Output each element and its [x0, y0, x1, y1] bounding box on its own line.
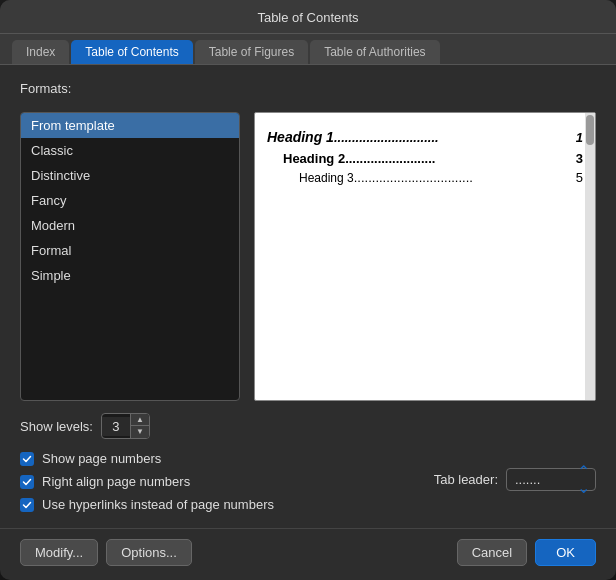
checkmark-icon [22, 454, 32, 464]
tab-bar: Index Table of Contents Table of Figures… [0, 34, 616, 65]
preview-h1-text: Heading 1 [267, 129, 334, 145]
preview-h3-text: Heading 3 [299, 171, 354, 185]
preview-scrollbar[interactable] [585, 113, 595, 400]
stepper-buttons: ▲ ▼ [130, 414, 149, 438]
tab-leader-select[interactable]: ....... ------- _______ (none) [506, 468, 596, 491]
preview-heading2: Heading 2.........................3 [267, 151, 583, 166]
format-item-from-template[interactable]: From template [21, 113, 239, 138]
ok-button[interactable]: OK [535, 539, 596, 566]
dialog-title: Table of Contents [257, 10, 358, 25]
tab-toa[interactable]: Table of Authorities [310, 40, 439, 64]
tab-index[interactable]: Index [12, 40, 69, 64]
checkmark-icon-3 [22, 500, 32, 510]
preview-h2-text: Heading 2 [283, 151, 345, 166]
cancel-button[interactable]: Cancel [457, 539, 527, 566]
show-page-numbers-label: Show page numbers [42, 451, 161, 466]
preview-h3-page: 5 [576, 170, 583, 185]
tab-toc[interactable]: Table of Contents [71, 40, 192, 64]
format-item-simple[interactable]: Simple [21, 263, 239, 288]
modify-options-group: Modify... Options... [20, 539, 449, 566]
formats-list[interactable]: From template Classic Distinctive Fancy … [20, 112, 240, 401]
dialog: Table of Contents Index Table of Content… [0, 0, 616, 580]
format-item-classic[interactable]: Classic [21, 138, 239, 163]
tab-tof[interactable]: Table of Figures [195, 40, 308, 64]
right-align-label: Right align page numbers [42, 474, 190, 489]
format-item-distinctive[interactable]: Distinctive [21, 163, 239, 188]
checkbox-row-hyperlinks: Use hyperlinks instead of page numbers [20, 497, 596, 512]
modify-button[interactable]: Modify... [20, 539, 98, 566]
formats-label: Formats: [20, 81, 596, 96]
preview-scrollbar-thumb [586, 115, 594, 145]
show-page-numbers-checkbox[interactable] [20, 452, 34, 466]
tab-leader-label: Tab leader: [434, 472, 498, 487]
format-item-fancy[interactable]: Fancy [21, 188, 239, 213]
bottom-row: Modify... Options... Cancel OK [0, 528, 616, 580]
show-levels-label: Show levels: [20, 419, 93, 434]
format-item-formal[interactable]: Formal [21, 238, 239, 263]
preview-area: Heading 1.............................1 … [254, 112, 596, 401]
format-item-modern[interactable]: Modern [21, 213, 239, 238]
main-content: Formats: From template Classic Distincti… [0, 65, 616, 528]
show-levels-row: Show levels: 3 ▲ ▼ [20, 413, 596, 439]
preview-heading1: Heading 1.............................1 [267, 129, 583, 145]
stepper-up-button[interactable]: ▲ [131, 414, 149, 426]
main-row: From template Classic Distinctive Fancy … [20, 112, 596, 401]
checkboxes-group: Show page numbers Right align page numbe… [20, 451, 596, 512]
show-levels-value: 3 [102, 417, 130, 436]
preview-h1-dots: ............................. [334, 130, 572, 145]
preview-heading3: Heading 3...............................… [267, 170, 583, 185]
options-button[interactable]: Options... [106, 539, 192, 566]
checkbox-row-right-align: Right align page numbers Tab leader: ...… [20, 472, 596, 491]
preview-h3-dots: ................................. [354, 170, 572, 185]
show-levels-stepper[interactable]: 3 ▲ ▼ [101, 413, 150, 439]
title-bar: Table of Contents [0, 0, 616, 34]
stepper-down-button[interactable]: ▼ [131, 426, 149, 438]
right-align-checkbox[interactable] [20, 475, 34, 489]
use-hyperlinks-checkbox[interactable] [20, 498, 34, 512]
use-hyperlinks-label: Use hyperlinks instead of page numbers [42, 497, 274, 512]
preview-h2-page: 3 [576, 151, 583, 166]
checkbox-row-show-page-numbers: Show page numbers [20, 451, 596, 466]
tab-leader-select-wrapper: ....... ------- _______ (none) ⌃⌄ [506, 468, 596, 491]
checkmark-icon-2 [22, 477, 32, 487]
preview-h1-page: 1 [576, 130, 583, 145]
preview-h2-dots: ......................... [345, 151, 572, 166]
